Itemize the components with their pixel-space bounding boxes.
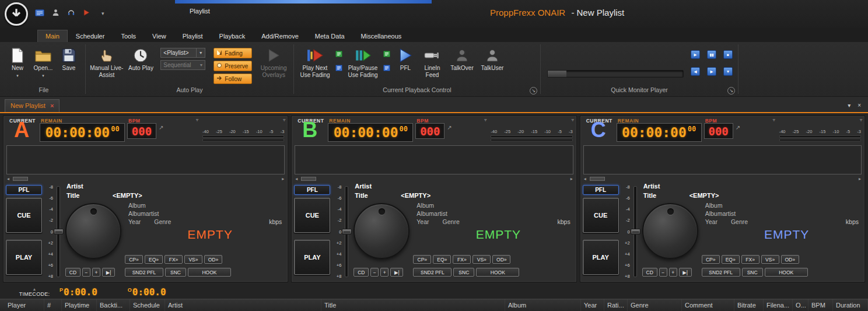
- column-header-duration[interactable]: Duration: [833, 299, 868, 311]
- auto-play-button[interactable]: Auto Play: [125, 44, 158, 86]
- talkover-button[interactable]: TalkOver: [446, 44, 478, 86]
- cp-button[interactable]: CP»: [413, 255, 431, 264]
- snd2-pfl-button[interactable]: SND2 PFL: [125, 268, 163, 277]
- cd-button[interactable]: CD: [354, 268, 369, 277]
- playlist-area[interactable]: [6, 145, 285, 174]
- play-button[interactable]: PLAY: [583, 240, 619, 275]
- playlist-select[interactable]: <Playlist>: [160, 48, 197, 58]
- playlist-tab[interactable]: New Playlist ×: [5, 99, 60, 112]
- dialog-launcher-icon[interactable]: ↘: [530, 87, 537, 95]
- monitor-back-button[interactable]: ◀: [691, 67, 700, 76]
- playlist-scrollbar[interactable]: ◂ ▸: [295, 176, 573, 182]
- headphones-icon[interactable]: [67, 8, 75, 19]
- tab-miscellaneous[interactable]: Miscellaneous: [353, 30, 410, 42]
- monitor-forward-button[interactable]: ▶: [707, 67, 716, 76]
- fader-handle[interactable]: [54, 229, 64, 235]
- snd2-pfl-button[interactable]: SND2 PFL: [702, 268, 740, 277]
- column-header-genre[interactable]: Genre: [628, 299, 682, 311]
- column-header-number[interactable]: #: [44, 299, 62, 311]
- jog-knob[interactable]: [354, 203, 410, 259]
- fx-button[interactable]: FX»: [741, 255, 760, 264]
- plus-button[interactable]: +: [92, 268, 100, 277]
- minus-button[interactable]: −: [659, 268, 667, 277]
- keyboard-icon[interactable]: [35, 8, 44, 19]
- od-button[interactable]: OD»: [781, 255, 799, 264]
- bpm-arrow-icon[interactable]: ↗: [447, 124, 452, 131]
- tab-view[interactable]: View: [144, 30, 174, 42]
- cue-button[interactable]: CUE: [6, 198, 42, 233]
- scroll-left-icon[interactable]: ◂: [7, 176, 9, 182]
- scroll-left-icon[interactable]: ◂: [584, 176, 586, 182]
- fader-handle[interactable]: [342, 229, 352, 235]
- monitor-play-button[interactable]: ▶: [691, 50, 700, 59]
- plus-button[interactable]: +: [380, 268, 388, 277]
- vu-dropdown-left-icon[interactable]: ▿: [196, 117, 198, 123]
- new-button[interactable]: New ▾: [5, 44, 30, 86]
- snd2-pfl-button[interactable]: SND2 PFL: [413, 268, 452, 277]
- column-header-title[interactable]: Title: [321, 299, 505, 311]
- skip-to-end-button[interactable]: ▶|: [102, 268, 115, 277]
- bpm-arrow-icon[interactable]: ↗: [736, 124, 740, 131]
- playlist-scrollbar[interactable]: ◂ ▸: [583, 176, 862, 182]
- cd-button[interactable]: CD: [642, 268, 657, 277]
- monitor-pause-button[interactable]: ▮▮: [707, 50, 716, 59]
- pfl-button[interactable]: PFL: [583, 185, 619, 195]
- minus-button[interactable]: −: [82, 268, 90, 277]
- eq-button[interactable]: EQ»: [433, 255, 451, 264]
- column-header-album[interactable]: Album: [505, 299, 581, 311]
- column-header-player[interactable]: Player: [5, 299, 44, 311]
- tab-playback[interactable]: Playback: [211, 30, 254, 42]
- monitor-stop-button[interactable]: ■: [723, 50, 733, 59]
- snc-button[interactable]: SNC: [453, 268, 474, 277]
- playlist-mini-green-icon[interactable]: [335, 49, 342, 60]
- vs-button[interactable]: VS»: [473, 255, 491, 264]
- volume-fader[interactable]: -8 -6 -4 -2 0 +2 +4 +6 +8: [44, 184, 65, 279]
- vu-dropdown-right-icon[interactable]: ▿: [283, 117, 285, 123]
- tab-close-icon[interactable]: ×: [50, 102, 54, 109]
- cd-button[interactable]: CD: [65, 268, 80, 277]
- vu-dropdown-left-icon[interactable]: ▿: [484, 117, 487, 123]
- fx-button[interactable]: FX»: [164, 255, 183, 264]
- save-button[interactable]: Save: [57, 44, 81, 86]
- open-button[interactable]: Open... ▾: [30, 44, 57, 86]
- user-icon[interactable]: [52, 8, 60, 19]
- pfl-button[interactable]: PFL: [6, 185, 42, 195]
- talkuser-button[interactable]: TalkUser: [478, 44, 507, 86]
- playlist-scrollbar[interactable]: ◂ ▸: [6, 176, 285, 182]
- tab-list-chevron-icon[interactable]: ▾: [848, 102, 850, 109]
- column-header-o[interactable]: O...: [793, 299, 808, 311]
- jog-knob[interactable]: [642, 203, 698, 259]
- playlist-area[interactable]: [583, 145, 862, 174]
- od-button[interactable]: OD»: [204, 255, 222, 264]
- play-button[interactable]: PLAY: [294, 240, 330, 275]
- tab-tools[interactable]: Tools: [113, 30, 144, 42]
- order-select[interactable]: Sequential▼: [160, 60, 205, 70]
- scroll-thumb[interactable]: [590, 177, 605, 181]
- playlist-mini-blue-icon[interactable]: [335, 63, 342, 74]
- playlist-mini-green-icon[interactable]: [383, 49, 390, 60]
- plus-button[interactable]: +: [669, 268, 677, 277]
- column-header-comment[interactable]: Comment: [682, 299, 734, 311]
- vs-button[interactable]: VS»: [184, 255, 202, 264]
- scroll-left-icon[interactable]: ◂: [295, 176, 298, 182]
- column-header-backtiming[interactable]: Backti...: [97, 299, 130, 311]
- playlist-dropdown-icon[interactable]: ▼: [197, 48, 205, 58]
- record-play-icon[interactable]: [83, 8, 90, 19]
- monitor-eject-button[interactable]: ▼: [723, 67, 733, 76]
- hook-button[interactable]: HOOK: [188, 268, 231, 277]
- fx-button[interactable]: FX»: [453, 255, 471, 264]
- tab-scheduler[interactable]: Scheduler: [68, 30, 113, 42]
- volume-fader[interactable]: -8 -6 -4 -2 0 +2 +4 +6 +8: [621, 184, 642, 279]
- scroll-thumb[interactable]: [301, 177, 316, 181]
- pfl-button[interactable]: PFL: [294, 185, 330, 195]
- column-header-schedule[interactable]: Schedule: [130, 299, 165, 311]
- column-header-bpm[interactable]: BPM: [808, 299, 833, 311]
- vu-dropdown-left-icon[interactable]: ▿: [773, 117, 775, 123]
- monitor-progress-bar[interactable]: [547, 70, 684, 78]
- scroll-right-icon[interactable]: ▸: [859, 176, 861, 182]
- column-header-playtime[interactable]: Playtime: [62, 299, 97, 311]
- jog-knob[interactable]: [65, 203, 121, 259]
- hook-button[interactable]: HOOK: [765, 268, 808, 277]
- eq-button[interactable]: EQ»: [722, 255, 740, 264]
- linein-feed-button[interactable]: LineIn Feed: [418, 44, 446, 86]
